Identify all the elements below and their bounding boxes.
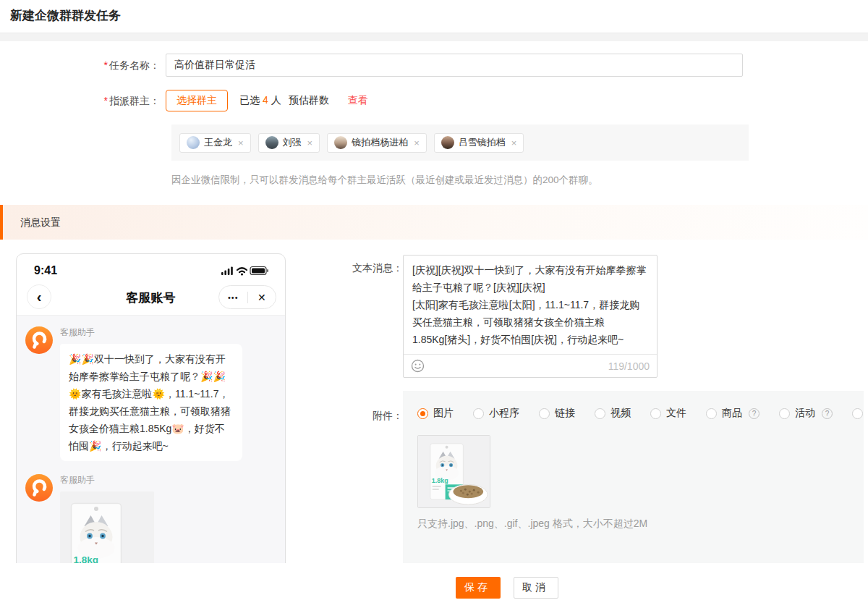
radio-dot xyxy=(417,408,428,419)
phone-preview: 9:41 ‹ xyxy=(16,253,286,563)
task-name-input[interactable] xyxy=(166,54,743,77)
owner-avatar xyxy=(187,136,200,149)
radio-file[interactable]: 文件 xyxy=(650,407,686,420)
radio-dot xyxy=(473,408,484,419)
textarea-footer: 119/1000 xyxy=(404,354,657,377)
header-divider xyxy=(0,33,868,41)
wifi-icon xyxy=(237,268,247,275)
radio-video[interactable]: 视频 xyxy=(595,407,631,420)
owner-chip: 王金龙 × xyxy=(179,133,251,153)
radio-dot xyxy=(706,408,717,419)
message-bubble: 🎉🎉双十一快到了，大家有没有开始摩拳擦掌给主子屯粮了呢？🎉🎉🌞家有毛孩注意啦🌞，… xyxy=(60,344,242,461)
service-avatar-icon xyxy=(25,474,53,502)
close-icon: ✕ xyxy=(248,292,276,303)
required-mark: * xyxy=(104,95,108,106)
choose-owner-button[interactable]: 选择群主 xyxy=(166,90,228,111)
selected-owners-panel: 王金龙 × 刘强 × 镜拍档杨进柏 × 吕雪镜拍档 × xyxy=(171,124,749,161)
sender-name: 客服助手 xyxy=(60,474,154,486)
assign-owner-row: *指派群主： 选择群主 已选4人 预估群数 查看 xyxy=(0,90,796,111)
owner-chip: 镜拍档杨进柏 × xyxy=(327,133,427,153)
remove-owner-icon[interactable]: × xyxy=(238,138,244,148)
radio-image[interactable]: 图片 xyxy=(417,407,454,420)
view-link[interactable]: 查看 xyxy=(348,94,368,107)
owner-avatar xyxy=(441,136,454,149)
battery-icon xyxy=(250,267,268,275)
section-message-settings: 消息设置 xyxy=(0,205,868,240)
phone-statusbar: 9:41 xyxy=(17,254,285,280)
attachment-panel: 图片 小程序 链接 视频 xyxy=(403,391,864,563)
text-message-row: 文本消息： [庆祝][庆祝]双十一快到了，大家有没有开始摩拳擦掌给主子屯粮了呢？… xyxy=(351,255,866,378)
owner-chip: 吕雪镜拍档 × xyxy=(434,133,524,153)
section-title: 消息设置 xyxy=(20,216,61,228)
text-message-box: [庆祝][庆祝]双十一快到了，大家有没有开始摩拳擦掌给主子屯粮了呢？[庆祝][庆… xyxy=(403,255,658,378)
chat-message-text: 客服助手 🎉🎉双十一快到了，大家有没有开始摩拳擦掌给主子屯粮了呢？🎉🎉🌞家有毛孩… xyxy=(25,326,276,461)
page-title: 新建企微群群发任务 xyxy=(10,7,121,24)
owner-avatar xyxy=(265,136,278,149)
estimate-group-label: 预估群数 xyxy=(289,94,329,107)
help-icon[interactable]: ? xyxy=(822,408,833,419)
help-icon[interactable]: ? xyxy=(749,408,760,419)
radio-link[interactable]: 链接 xyxy=(539,407,575,420)
sender-name: 客服助手 xyxy=(60,326,242,339)
form-actions: 保存 取消 xyxy=(0,577,868,599)
radio-dot xyxy=(852,408,863,419)
selected-count-text: 已选4人 xyxy=(239,94,281,107)
task-name-label: *任务名称： xyxy=(0,54,166,77)
attachment-image-thumb[interactable] xyxy=(417,435,490,508)
more-icon: ••• xyxy=(219,293,247,302)
radio-coupon[interactable]: 券 ? xyxy=(852,407,868,420)
emoji-icon[interactable] xyxy=(411,359,425,373)
radio-dot xyxy=(650,408,661,419)
char-counter: 119/1000 xyxy=(608,360,650,372)
radio-product[interactable]: 商品 ? xyxy=(706,407,760,420)
service-avatar-icon xyxy=(25,326,53,354)
radio-dot xyxy=(539,408,550,419)
phone-title: 客服账号 xyxy=(127,290,176,306)
text-message-label: 文本消息： xyxy=(351,255,403,378)
chat-message-image: 客服助手 xyxy=(25,474,276,563)
message-settings-content: 9:41 ‹ xyxy=(0,240,868,563)
text-message-textarea[interactable]: [庆祝][庆祝]双十一快到了，大家有没有开始摩拳擦掌给主子屯粮了呢？[庆祝][庆… xyxy=(404,256,657,354)
attachment-label: 附件： xyxy=(351,391,403,563)
attachment-row: 附件： 图片 小程序 链接 xyxy=(351,391,866,563)
selected-count-number: 4 xyxy=(263,94,268,106)
status-time: 9:41 xyxy=(34,264,57,277)
remove-owner-icon[interactable]: × xyxy=(511,138,517,148)
radio-miniprogram[interactable]: 小程序 xyxy=(473,407,519,420)
required-mark: * xyxy=(104,59,108,71)
upload-format-note: 只支持.jpg、.png、.gif、.jpeg 格式，大小不超过2M xyxy=(417,518,849,531)
wecom-limit-note: 因企业微信限制，只可以群发消息给每个群主最近活跃（最近创建或最近发过消息）的20… xyxy=(171,174,598,187)
cancel-button[interactable]: 取消 xyxy=(514,577,558,599)
radio-activity[interactable]: 活动 ? xyxy=(779,407,833,420)
assign-owner-label: *指派群主： xyxy=(0,90,166,111)
back-icon: ‹ xyxy=(27,284,51,309)
status-icons xyxy=(221,266,269,276)
owner-chip: 刘强 × xyxy=(258,133,320,153)
signal-icon xyxy=(221,267,233,276)
product-image xyxy=(60,491,154,563)
chat-preview: 客服助手 🎉🎉双十一快到了，大家有没有开始摩拳擦掌给主子屯粮了呢？🎉🎉🌞家有毛孩… xyxy=(17,315,285,563)
miniprogram-capsule: ••• ✕ xyxy=(218,285,276,309)
attachment-type-radios: 图片 小程序 链接 视频 xyxy=(417,407,849,420)
radio-dot xyxy=(595,408,605,419)
save-button[interactable]: 保存 xyxy=(456,577,501,599)
remove-owner-icon[interactable]: × xyxy=(414,138,420,148)
remove-owner-icon[interactable]: × xyxy=(307,138,313,148)
radio-dot xyxy=(779,408,790,419)
task-name-row: *任务名称： xyxy=(0,54,796,77)
phone-navbar: ‹ 客服账号 ••• ✕ xyxy=(17,280,285,315)
owner-avatar xyxy=(334,136,347,149)
